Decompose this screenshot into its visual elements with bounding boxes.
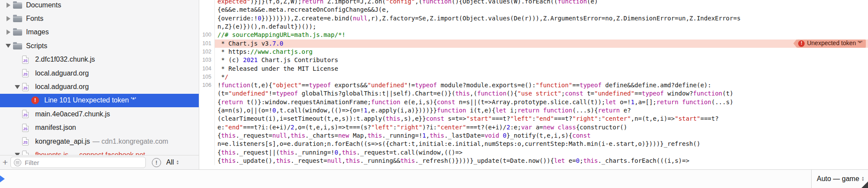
line-number[interactable] xyxy=(199,6,215,14)
issues-filter-icon[interactable]: ! xyxy=(152,158,161,167)
tree-item-documents[interactable]: Documents xyxy=(0,0,199,12)
code-text: {a=n(s),o||(o=!0,t.call(window,(()=>{o=!… xyxy=(215,106,868,115)
disclosure-collapsed-icon[interactable] xyxy=(3,3,13,8)
filter-icon xyxy=(14,159,21,166)
folder-icon xyxy=(13,2,25,9)
auto-attach-select[interactable]: Auto — game ▲▼ xyxy=(817,170,865,188)
error-badge-text: Unexpected token '*' xyxy=(807,40,862,48)
line-number[interactable] xyxy=(199,98,215,106)
code-line: 105 */ xyxy=(199,73,868,81)
tree-item-scripts[interactable]: Scripts xyxy=(0,39,199,53)
disclosure-expanded-icon[interactable] xyxy=(3,44,13,48)
code-line: 106!function(t,e){"object"==typeof expor… xyxy=(199,81,868,89)
code-line: {return t()}:window.requestAnimationFram… xyxy=(199,98,868,106)
status-bar: Auto — game ▲▼ xyxy=(0,169,868,188)
code-line: 103 * (c) 2021 Chart.js Contributors xyxy=(199,56,868,64)
tree-item-label: Scripts xyxy=(26,42,47,50)
folder-icon xyxy=(13,29,25,36)
tree-item-line-101-unexpected-token[interactable]: !Line 101 Unexpected token '*' xyxy=(0,94,199,107)
code-text: (clearTimeout(i),i=setTimeout(t,e,s)):t.… xyxy=(215,115,868,123)
auto-attach-label: Auto — game xyxy=(817,175,859,183)
line-number[interactable]: 102 xyxy=(199,48,215,56)
tree-item-fbevents-js-connect-facebook-net[interactable]: fbevents.js — connect.facebook.net xyxy=(0,148,199,155)
code-line: n,Z}(e)})(),n.default})()); xyxy=(199,23,868,31)
error-icon: ! xyxy=(798,40,805,47)
line-number[interactable] xyxy=(199,106,215,115)
code-text: expected")}]}(f,o,Z,W);return Z.import=J… xyxy=(215,0,868,6)
code-line: {this._request=null,this._charts=new Map… xyxy=(199,132,868,140)
source-code-editor[interactable]: expected")}]}(f,o,Z,W);return Z.import=J… xyxy=(199,0,868,169)
code-line: e:"end"===t?i:(e+i)/2,o=(t,e,i,s)=>t===(… xyxy=(199,123,868,132)
code-text: * Released under the MIT License xyxy=(215,65,868,73)
line-number[interactable] xyxy=(199,123,215,132)
code-text: {return t()}:window.requestAnimationFram… xyxy=(215,98,868,106)
resize-grip-icon[interactable] xyxy=(861,181,868,188)
code-line: {e&&e.meta&&e.meta.recreateOnConfigChang… xyxy=(199,6,868,14)
tree-item-label: local.adguard.org xyxy=(35,83,89,91)
code-text: !function(t,e){"object"==typeof exports&… xyxy=(215,81,868,89)
js-file-icon: JS xyxy=(22,124,34,132)
line-number[interactable] xyxy=(199,132,215,140)
line-number[interactable] xyxy=(199,0,215,6)
filter-placeholder: Filter xyxy=(25,159,39,166)
code-text: //# sourceMappingURL=math.js.map/*! xyxy=(215,31,868,39)
code-text: {this._request||(this._running=!0,this._… xyxy=(215,148,868,157)
code-text: (t="undefined"!=typeof globalThis?global… xyxy=(215,89,868,98)
code-text: n,Z}(e)})(),n.default})()); xyxy=(215,23,868,31)
code-text: {this._update(),this._request=null,this.… xyxy=(215,157,868,165)
line-number[interactable] xyxy=(199,23,215,31)
js-file-icon: JS xyxy=(22,83,34,91)
tree-item-images[interactable]: Images xyxy=(0,26,199,39)
code-text: * (c) 2021 Chart.js Contributors xyxy=(215,56,868,64)
js-file-icon: JS xyxy=(22,110,34,118)
code-text: * Chart.js v3.7.0!Unexpected token '*' xyxy=(215,40,868,48)
code-line: (clearTimeout(i),i=setTimeout(t,e,s)):t.… xyxy=(199,115,868,123)
tree-item-label: Documents xyxy=(26,1,61,9)
line-number[interactable]: 103 xyxy=(199,56,215,64)
tree-item-kongregate-api-js[interactable]: JSkongregate_api.js— cdn1.kongregate.com xyxy=(0,135,199,148)
disclosure-collapsed-icon[interactable] xyxy=(3,16,13,21)
tree-item-fonts[interactable]: Fonts xyxy=(0,12,199,25)
line-number[interactable]: 101 xyxy=(199,40,215,48)
tree-item-main-4e0aced7-chunk-js[interactable]: JSmain.4e0aced7.chunk.js xyxy=(0,107,199,121)
filter-scope-select[interactable]: All ▲▼ xyxy=(166,158,179,166)
line-number[interactable]: 100 xyxy=(199,31,215,39)
tree-item-label: manifest.json xyxy=(35,124,76,132)
chevron-up-down-icon: ▲▼ xyxy=(176,160,179,165)
folder-icon xyxy=(13,43,25,49)
js-file-icon: JS xyxy=(22,137,34,145)
code-line: {override:!0})}))})),Z.create=e.bind(nul… xyxy=(199,14,868,23)
resources-sidebar: DocumentsFontsImagesScriptsJS2.dfc1f032.… xyxy=(0,0,199,169)
continue-arrow-icon[interactable] xyxy=(0,175,5,182)
code-line-error: 101 * Chart.js v3.7.0!Unexpected token '… xyxy=(199,40,868,48)
chevron-up-down-icon: ▲▼ xyxy=(861,176,865,181)
line-number[interactable]: 104 xyxy=(199,65,215,73)
line-number[interactable] xyxy=(199,140,215,148)
tree-item-label: main.4e0aced7.chunk.js xyxy=(35,110,110,118)
disclosure-expanded-icon[interactable] xyxy=(13,85,22,89)
line-number[interactable] xyxy=(199,148,215,157)
filter-bar: + Filter ! All ▲▼ xyxy=(0,155,199,169)
line-number[interactable]: 106 xyxy=(199,81,215,89)
tree-item-2-dfc1f032-chunk-js[interactable]: JS2.dfc1f032.chunk.js xyxy=(0,53,199,66)
tree-item-manifest-json[interactable]: JSmanifest.json xyxy=(0,121,199,135)
add-resource-button[interactable]: + xyxy=(0,158,10,167)
line-number[interactable] xyxy=(199,14,215,23)
tree-item-local-adguard-org[interactable]: JSlocal.adguard.org xyxy=(0,66,199,80)
code-line: {a=n(s),o||(o=!0,t.call(window,(()=>{o=!… xyxy=(199,106,868,115)
code-text: e:"end"===t?i:(e+i)/2,o=(t,e,i,s)=>t===(… xyxy=(215,123,868,132)
tree-item-local-adguard-org[interactable]: JSlocal.adguard.org xyxy=(0,80,199,93)
filter-scope-label: All xyxy=(166,158,174,166)
error-badge[interactable]: !Unexpected token '*' xyxy=(797,40,866,48)
code-text: {override:!0})}))})),Z.create=e.bind(nul… xyxy=(215,14,868,23)
disclosure-collapsed-icon[interactable] xyxy=(3,30,13,35)
folder-icon xyxy=(13,15,25,22)
js-file-icon: JS xyxy=(22,69,34,77)
line-number[interactable] xyxy=(199,115,215,123)
code-line: {this._request||(this._running=!0,this._… xyxy=(199,148,868,157)
line-number[interactable] xyxy=(199,157,215,165)
line-number[interactable] xyxy=(199,89,215,98)
line-number[interactable]: 105 xyxy=(199,73,215,81)
code-text: * https://www.chartjs.org xyxy=(215,48,868,56)
filter-input[interactable]: Filter xyxy=(10,157,146,168)
